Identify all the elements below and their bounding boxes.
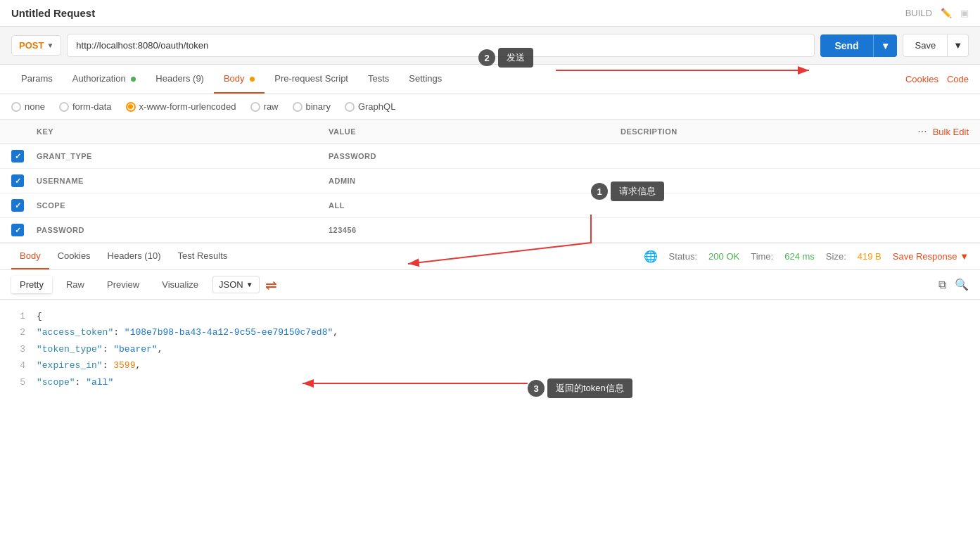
row2-checkbox[interactable] xyxy=(11,174,24,187)
response-tab-headers-label: Headers (10) xyxy=(108,250,161,261)
tab-headers-label: Headers (9) xyxy=(155,73,204,84)
radio-raw-label: raw xyxy=(264,101,279,112)
json-line-2: 2 "access_token": "108e7b98-ba43-4a12-9c… xyxy=(11,324,969,340)
radio-raw[interactable]: raw xyxy=(250,101,279,112)
radio-graphql[interactable]: GraphQL xyxy=(345,101,395,112)
table-row: username admin xyxy=(0,169,980,193)
row3-checkbox[interactable] xyxy=(11,199,24,212)
table-header: KEY VALUE DESCRIPTION ··· Bulk Edit xyxy=(0,120,980,144)
radio-binary-circle xyxy=(293,102,303,112)
json-line-1: 1 { xyxy=(11,308,969,324)
radio-urlencoded[interactable]: x-www-form-urlencoded xyxy=(126,101,236,112)
tab-prerequest[interactable]: Pre-request Script xyxy=(265,65,358,94)
response-meta: 🌐 Status: 200 OK Time: 624 ms Size: 419 … xyxy=(644,250,969,263)
line-num: 2 xyxy=(11,324,25,340)
save-response-btn[interactable]: Save Response ▼ xyxy=(893,251,969,262)
status-value: 200 OK xyxy=(708,251,739,262)
row4-value: 123456 xyxy=(329,226,621,234)
row2-value: admin xyxy=(329,177,621,185)
json-toolbar-right: ⧉ 🔍 xyxy=(938,278,969,291)
row4-checkbox[interactable] xyxy=(11,224,24,236)
save-button[interactable]: Save ▼ xyxy=(903,34,969,57)
url-input[interactable] xyxy=(67,34,815,57)
request-tabs: Params Authorization Headers (9) Body Pr… xyxy=(0,65,980,94)
response-tab-cookies[interactable]: Cookies xyxy=(49,243,99,269)
radio-form-data-circle xyxy=(59,102,69,112)
radio-none-label: none xyxy=(25,101,45,112)
view-preview-btn[interactable]: Preview xyxy=(98,276,148,293)
radio-binary[interactable]: binary xyxy=(293,101,331,112)
tab-headers[interactable]: Headers (9) xyxy=(146,65,214,94)
tab-tests[interactable]: Tests xyxy=(358,65,399,94)
tab-settings[interactable]: Settings xyxy=(399,65,452,94)
json-scope: "scope": "all" xyxy=(37,374,113,390)
response-tab-headers[interactable]: Headers (10) xyxy=(99,243,170,269)
col-value-header: VALUE xyxy=(329,127,621,136)
response-section: Body Cookies Headers (10) Test Results 🌐… xyxy=(0,243,980,412)
table-row: scope all xyxy=(0,193,980,218)
row1-check[interactable] xyxy=(11,150,37,163)
top-bar-actions: BUILD ✏️ ▣ xyxy=(905,8,969,18)
save-icon[interactable]: ▣ xyxy=(960,8,969,18)
response-tabs: Body Cookies Headers (10) Test Results 🌐… xyxy=(0,243,980,270)
send-button[interactable]: Send ▼ xyxy=(820,34,897,57)
send-label: Send xyxy=(820,34,872,57)
copy-icon[interactable]: ⧉ xyxy=(938,279,946,291)
radio-binary-label: binary xyxy=(306,101,331,112)
line-num: 4 xyxy=(11,357,25,374)
tab-authorization[interactable]: Authorization xyxy=(63,65,146,94)
time-label: Time: xyxy=(751,251,773,262)
radio-urlencoded-label: x-www-form-urlencoded xyxy=(139,101,236,112)
bulk-edit-btn[interactable]: Bulk Edit xyxy=(933,127,969,137)
view-visualize-btn[interactable]: Visualize xyxy=(153,276,207,293)
body-dot-icon xyxy=(250,77,255,82)
tab-body[interactable]: Body xyxy=(214,65,265,94)
row1-key: grant_type xyxy=(37,152,329,160)
radio-raw-circle xyxy=(250,102,260,112)
send-arrow-icon[interactable]: ▼ xyxy=(873,34,898,57)
row2-check[interactable] xyxy=(11,174,37,187)
method-select[interactable]: POST ▼ xyxy=(11,35,61,56)
size-label: Size: xyxy=(826,251,846,262)
radio-none[interactable]: none xyxy=(11,101,45,112)
tab-params-label: Params xyxy=(21,73,53,84)
table-row: grant_type password xyxy=(0,144,980,169)
response-tab-body-label: Body xyxy=(20,250,41,261)
authorization-dot-icon xyxy=(131,77,136,82)
tab-params[interactable]: Params xyxy=(11,65,63,94)
code-link[interactable]: Code xyxy=(947,65,969,93)
row4-key: password xyxy=(37,226,329,234)
cookies-link[interactable]: Cookies xyxy=(905,65,938,93)
radio-urlencoded-circle xyxy=(126,102,136,112)
view-raw-btn[interactable]: Raw xyxy=(58,276,93,293)
save-arrow-icon[interactable]: ▼ xyxy=(947,34,968,56)
tab-body-label: Body xyxy=(224,73,245,84)
more-icon[interactable]: ··· xyxy=(917,125,927,138)
radio-graphql-label: GraphQL xyxy=(358,101,395,112)
json-content[interactable]: 1 { 2 "access_token": "108e7b98-ba43-4a1… xyxy=(0,300,980,412)
wrap-icon[interactable]: ⇌ xyxy=(265,276,277,293)
method-label: POST xyxy=(19,40,44,51)
format-select[interactable]: JSON ▼ xyxy=(212,276,260,293)
build-label: BUILD xyxy=(905,8,932,18)
radio-urlencoded-inner xyxy=(128,104,133,109)
json-toolbar: Pretty Raw Preview Visualize JSON ▼ ⇌ ⧉ … xyxy=(0,270,980,300)
radio-form-data[interactable]: form-data xyxy=(59,101,112,112)
edit-icon[interactable]: ✏️ xyxy=(941,8,952,18)
format-arrow-icon: ▼ xyxy=(246,281,253,288)
response-tab-tests[interactable]: Test Results xyxy=(169,243,236,269)
search-icon[interactable]: 🔍 xyxy=(955,278,969,291)
json-line-3: 3 "token_type": "bearer", xyxy=(11,341,969,357)
save-label: Save xyxy=(903,34,947,56)
view-pretty-btn[interactable]: Pretty xyxy=(11,276,52,293)
response-tab-body[interactable]: Body xyxy=(11,243,49,269)
row3-key: scope xyxy=(37,201,329,210)
json-token-type: "token_type": "bearer", xyxy=(37,341,163,357)
row1-checkbox[interactable] xyxy=(11,150,24,163)
response-tab-cookies-label: Cookies xyxy=(58,250,91,261)
tab-right-links: Cookies Code xyxy=(905,65,969,93)
col-actions-header: ··· Bulk Edit xyxy=(912,125,969,138)
row4-check[interactable] xyxy=(11,224,37,236)
row3-check[interactable] xyxy=(11,199,37,212)
table-row: password 123456 xyxy=(0,218,980,243)
